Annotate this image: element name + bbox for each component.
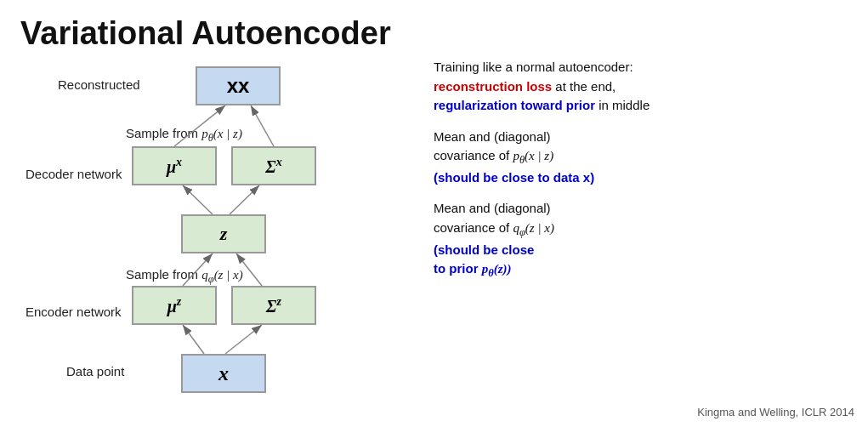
box-z-label: z	[220, 223, 228, 245]
mean-cov-top-line1: Mean and (diagonal)	[434, 128, 850, 147]
info-line3-rest: in middle	[595, 98, 650, 112]
sample-from-top-text: Sample from	[126, 126, 198, 140]
p-theta-z: pθ(z))	[482, 262, 512, 276]
info-line2: reconstruction loss at the end,	[434, 77, 850, 97]
reconstructed-label: Reconstructed	[58, 77, 140, 92]
mean-cov-bottom-text1: Mean and (diagonal)	[434, 201, 551, 215]
mean-cov-bottom-line2: covariance of qφ(z | x)	[434, 219, 850, 241]
box-mu-z: μz	[132, 286, 217, 325]
should-close-prior-line1: (should be close	[434, 241, 850, 260]
svg-line-4	[230, 185, 259, 214]
box-sigma-x-label: Σx	[265, 156, 281, 177]
svg-line-3	[183, 185, 213, 214]
p-theta-x-z-2: pθ(x | z)	[513, 149, 553, 162]
covariance-of-top-text: covariance of	[434, 148, 509, 162]
to-prior-text: to prior	[434, 261, 479, 276]
svg-line-7	[183, 325, 204, 354]
info-line2-rest: at the end,	[552, 79, 616, 94]
box-sigma-z: Σz	[231, 286, 316, 325]
box-x: x	[181, 354, 266, 393]
should-close-prior-text: (should be close	[434, 242, 534, 257]
page: Variational Autoencoder xx Reconstructed…	[0, 0, 868, 427]
data-point-label: Data point	[66, 364, 124, 379]
box-sigma-x: Σx	[231, 146, 316, 185]
q-phi-z-x-label: qφ(z | x)	[201, 268, 243, 282]
box-xx-label: xx	[227, 74, 250, 98]
decoder-network-label: Decoder network	[26, 167, 122, 181]
q-phi-z-x-2: qφ(z | x)	[513, 221, 554, 235]
box-mu-x-label: μx	[167, 156, 182, 177]
box-z: z	[181, 214, 266, 253]
info-line1-text: Training like a normal autoencoder:	[434, 60, 633, 74]
should-close-data-text: (should be close to data x)	[434, 170, 594, 185]
should-close-data-line: (should be close to data x)	[434, 168, 850, 188]
svg-line-8	[225, 325, 262, 354]
box-sigma-z-label: Σz	[266, 295, 281, 316]
info-line3: regularization toward prior in middle	[434, 96, 850, 116]
citation: Kingma and Welling, ICLR 2014	[697, 406, 854, 418]
should-close-prior-line2: to prior pθ(z))	[434, 259, 850, 282]
sample-from-bottom-text: Sample from	[126, 267, 198, 282]
encoder-network-label: Encoder network	[26, 305, 122, 319]
svg-line-2	[251, 105, 274, 146]
mean-cov-bottom-line1: Mean and (diagonal)	[434, 199, 850, 219]
info-panel: Training like a normal autoencoder: reco…	[425, 58, 859, 282]
page-title: Variational Autoencoder	[20, 15, 848, 52]
box-x-label: x	[218, 362, 229, 385]
sample-from-bottom-label: Sample from qφ(z | x)	[126, 267, 243, 286]
regularization-text: regularization toward prior	[434, 98, 595, 112]
mean-cov-top-text1: Mean and (diagonal)	[434, 129, 551, 144]
mean-cov-top-line2: covariance of pθ(x | z)	[434, 146, 850, 168]
box-mu-x: μx	[132, 146, 217, 185]
reconstruction-loss-text: reconstruction loss	[434, 79, 552, 94]
sample-from-top-label: Sample from pθ(x | z)	[126, 126, 242, 145]
box-mu-z-label: μz	[167, 295, 182, 316]
covariance-of-bottom-text: covariance of	[434, 220, 509, 235]
p-theta-x-z-label: pθ(x | z)	[201, 127, 242, 140]
info-line1: Training like a normal autoencoder:	[434, 58, 850, 77]
box-xx: xx	[196, 66, 281, 105]
